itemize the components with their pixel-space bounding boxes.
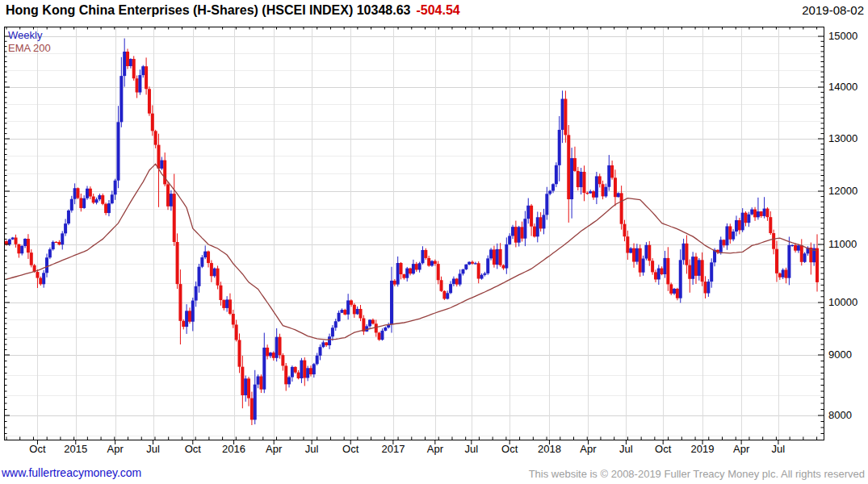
y-axis-label: 15000 (828, 30, 858, 42)
chart-window: Hong Kong China Enterprises (H-Shares) (… (0, 0, 868, 484)
ema-line (6, 164, 817, 340)
x-axis-label: 2016 (222, 443, 245, 455)
x-axis-label: Jul (619, 443, 633, 455)
chart-title-row: Hong Kong China Enterprises (H-Shares) (… (6, 3, 460, 18)
y-axis-label: 14000 (828, 81, 858, 93)
x-axis-label: Jul (305, 443, 319, 455)
legend-ema-200: EMA 200 (8, 42, 51, 54)
x-axis-label: Apr (427, 443, 443, 455)
copyright-text: This website is © 2008-2019 Fuller Treac… (529, 468, 865, 480)
y-axis-label: 13000 (828, 132, 858, 144)
x-axis-label: Jul (772, 443, 786, 455)
x-axis-label: 2018 (538, 443, 561, 455)
x-axis-label: 2019 (691, 443, 715, 455)
price-change: -504.54 (416, 3, 459, 17)
x-axis-label: Oct (655, 443, 671, 455)
x-axis-label: Oct (29, 443, 45, 455)
x-axis-label: Apr (580, 443, 596, 455)
axes (4, 27, 824, 444)
x-axis-label: Apr (733, 443, 749, 455)
y-axis-label: 11000 (828, 238, 857, 250)
y-axis-label: 8000 (828, 409, 852, 421)
x-axis-label: Oct (501, 443, 518, 455)
candles (5, 39, 819, 425)
x-axis-label: Oct (342, 443, 359, 455)
x-axis-label: Apr (107, 443, 124, 455)
x-axis-label: Jul (465, 443, 479, 455)
price-chart (0, 0, 868, 484)
y-axis-label: 12000 (828, 185, 858, 197)
chart-date: 2019-08-02 (802, 3, 864, 17)
x-axis-label: Apr (266, 443, 282, 455)
plot-border (5, 27, 824, 440)
x-axis-label: 2017 (381, 443, 405, 455)
x-axis-label: Oct (185, 443, 201, 455)
legend-timeframe: Weekly (8, 29, 42, 41)
x-axis-label: Jul (146, 443, 160, 455)
website-watermark: www.fullertreacymoney.com (2, 466, 141, 479)
x-axis-label: 2015 (64, 443, 87, 455)
y-axis-label: 9000 (828, 348, 852, 361)
page-title: Hong Kong China Enterprises (H-Shares) (… (6, 3, 410, 17)
gridlines (4, 27, 824, 440)
y-axis-label: 10000 (828, 296, 858, 308)
